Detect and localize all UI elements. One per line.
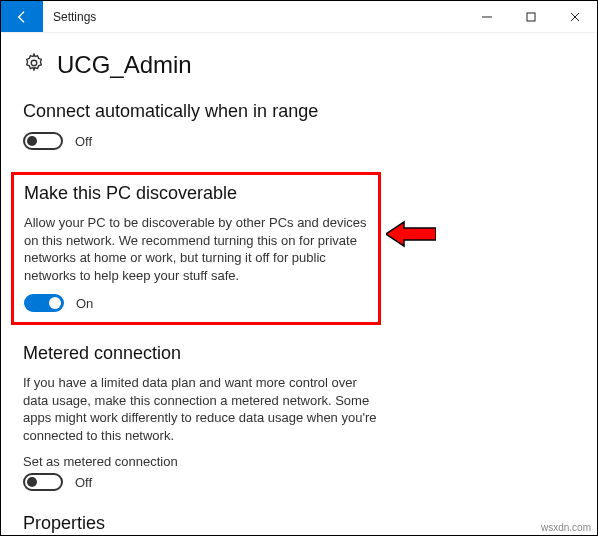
discoverable-title: Make this PC discoverable — [24, 183, 368, 204]
discoverable-toggle-label: On — [76, 296, 93, 311]
discoverable-description: Allow your PC to be discoverable by othe… — [24, 214, 368, 284]
section-metered: Metered connection If you have a limited… — [23, 343, 575, 491]
page-header: UCG_Admin — [23, 51, 575, 79]
highlight-discoverable: Make this PC discoverable Allow your PC … — [11, 172, 381, 325]
auto-connect-toggle-label: Off — [75, 134, 92, 149]
discoverable-toggle-row: On — [24, 294, 368, 312]
metered-toggle[interactable] — [23, 473, 63, 491]
svg-marker-5 — [386, 222, 436, 246]
svg-point-4 — [31, 60, 37, 66]
metered-sublabel: Set as metered connection — [23, 454, 575, 469]
metered-toggle-label: Off — [75, 475, 92, 490]
page-title: UCG_Admin — [57, 51, 192, 79]
arrow-annotation — [386, 219, 436, 249]
section-properties: Properties — [23, 513, 575, 534]
metered-toggle-row: Off — [23, 473, 575, 491]
metered-title: Metered connection — [23, 343, 575, 364]
auto-connect-toggle[interactable] — [23, 132, 63, 150]
discoverable-toggle[interactable] — [24, 294, 64, 312]
section-auto-connect: Connect automatically when in range Off — [23, 101, 575, 150]
window-title: Settings — [43, 1, 106, 32]
content-area: UCG_Admin Connect automatically when in … — [1, 33, 597, 534]
watermark: wsxdn.com — [541, 522, 591, 533]
titlebar: Settings — [1, 1, 597, 33]
properties-title: Properties — [23, 513, 575, 534]
back-button[interactable] — [1, 1, 43, 32]
minimize-button[interactable] — [465, 1, 509, 32]
maximize-button[interactable] — [509, 1, 553, 32]
svg-rect-1 — [527, 13, 535, 21]
auto-connect-toggle-row: Off — [23, 132, 575, 150]
metered-description: If you have a limited data plan and want… — [23, 374, 383, 444]
close-button[interactable] — [553, 1, 597, 32]
auto-connect-title: Connect automatically when in range — [23, 101, 575, 122]
titlebar-spacer — [106, 1, 465, 32]
gear-icon — [23, 52, 45, 78]
